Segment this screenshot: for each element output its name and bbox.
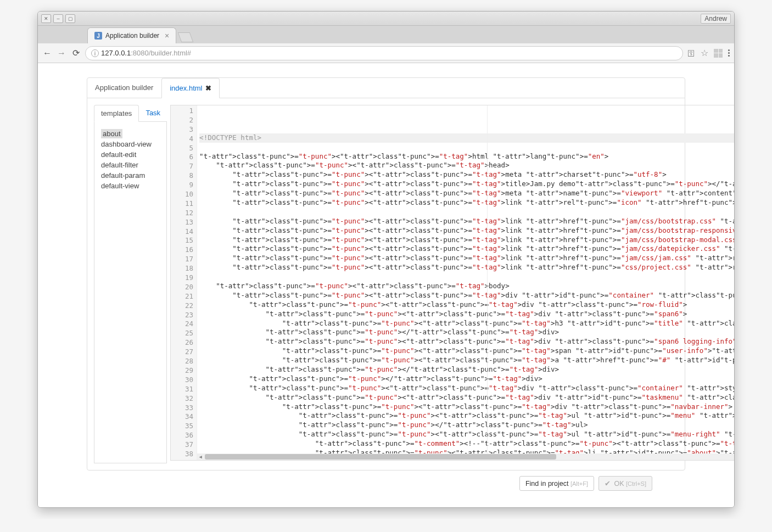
tree-item-dashboard-view[interactable]: dashboard-view	[101, 139, 160, 149]
site-info-icon[interactable]: i	[91, 49, 99, 57]
window-titlebar: ✕ – ▢ Andrew	[38, 12, 734, 26]
editor-gutter: 123▾4▾567891011121314151617▾18▾19▾20▾212…	[171, 105, 197, 460]
menu-icon[interactable]	[728, 49, 730, 57]
url-host: 127.0.0.1	[101, 49, 131, 57]
browser-tabstrip: J Application builder ×	[38, 26, 734, 43]
ok-hint: [Ctrl+S]	[626, 480, 646, 487]
apps-icon[interactable]	[714, 49, 723, 58]
horizontal-scrollbar[interactable]: ◀ ▶	[197, 453, 735, 460]
close-icon[interactable]: ✖	[205, 84, 211, 92]
side-tab-templates[interactable]: templates	[94, 105, 139, 122]
new-tab-button[interactable]	[178, 32, 194, 42]
tab-index-label: index.html	[170, 84, 202, 92]
code-editor[interactable]: 123▾4▾567891011121314151617▾18▾19▾20▾212…	[170, 105, 735, 461]
key-icon[interactable]: ⚿	[687, 49, 695, 58]
sidebar-tabs: templates Task	[94, 105, 167, 122]
find-hint: [Alt+F]	[570, 480, 588, 487]
tree-item-default-view[interactable]: default-view	[101, 181, 160, 191]
forward-icon[interactable]: →	[57, 48, 66, 58]
url-field[interactable]: i 127.0.0.1:8080/builder.html#	[85, 46, 683, 60]
browser-tab[interactable]: J Application builder ×	[87, 27, 176, 43]
bookmark-icon[interactable]: ☆	[701, 48, 708, 58]
find-label: Find in project	[525, 480, 569, 488]
window-maximize-button[interactable]: ▢	[65, 14, 75, 23]
url-path: /builder.html#	[149, 49, 191, 57]
scroll-left-icon[interactable]: ◀	[197, 453, 204, 460]
favicon-icon: J	[94, 32, 102, 40]
url-port: :8080	[131, 49, 149, 57]
ok-button[interactable]: ✔ OK [Ctrl+S]	[598, 476, 652, 491]
tree-item-default-param[interactable]: default-param	[101, 170, 160, 181]
side-tab-task[interactable]: Task	[139, 105, 167, 121]
ok-label: OK	[614, 480, 624, 488]
tab-close-icon[interactable]: ×	[165, 31, 169, 40]
back-icon[interactable]: ←	[42, 48, 52, 58]
tab-index-html[interactable]: index.html ✖	[161, 78, 220, 98]
tree-item-about[interactable]: about	[101, 128, 160, 139]
address-bar: ← → ⟳ i 127.0.0.1:8080/builder.html# ⚿ ☆	[38, 43, 734, 63]
app-tabs: Application builder index.html ✖	[87, 78, 685, 98]
tree-item-default-edit[interactable]: default-edit	[101, 149, 160, 160]
window-close-button[interactable]: ✕	[41, 14, 51, 23]
print-margin	[487, 105, 488, 460]
tree-item-default-filter[interactable]: default-filter	[101, 160, 160, 170]
find-in-project-button[interactable]: Find in project [Alt+F]	[519, 476, 594, 491]
template-tree: about dashboard-view default-edit defaul…	[94, 122, 167, 463]
reload-icon[interactable]: ⟳	[71, 48, 81, 58]
browser-tab-title: Application builder	[105, 32, 159, 40]
window-minimize-button[interactable]: –	[53, 14, 63, 23]
editor-code[interactable]: <!DOCTYPE html>"t-attr">class"t-punc">="…	[197, 105, 735, 460]
check-icon: ✔	[605, 480, 611, 488]
tab-application-builder[interactable]: Application builder	[87, 78, 161, 98]
os-user-label: Andrew	[701, 14, 731, 24]
